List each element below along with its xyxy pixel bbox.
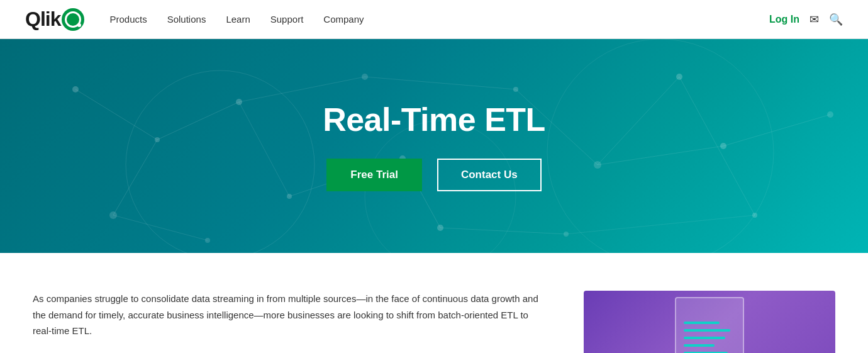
nav-solutions[interactable]: Solutions bbox=[167, 14, 206, 25]
svg-line-23 bbox=[239, 77, 365, 102]
doc-line-2 bbox=[684, 329, 730, 332]
svg-line-29 bbox=[598, 146, 723, 165]
navbar: Qlik Products Solutions Learn Support Co… bbox=[0, 0, 868, 39]
content-paragraph-1: As companies struggle to consolidate dat… bbox=[33, 291, 546, 339]
svg-line-21 bbox=[157, 102, 239, 140]
svg-line-22 bbox=[239, 102, 289, 196]
svg-line-30 bbox=[679, 77, 755, 215]
svg-point-17 bbox=[547, 39, 774, 253]
svg-line-25 bbox=[365, 77, 516, 89]
hero-section: Real-Time ETL Free Trial Contact Us bbox=[0, 39, 868, 253]
svg-line-19 bbox=[75, 89, 157, 140]
logo-icon bbox=[62, 8, 84, 31]
nav-learn[interactable]: Learn bbox=[226, 14, 250, 25]
svg-line-33 bbox=[440, 228, 566, 234]
nav-support[interactable]: Support bbox=[270, 14, 304, 25]
nav-company[interactable]: Company bbox=[323, 14, 364, 25]
svg-line-34 bbox=[566, 215, 755, 234]
content-image bbox=[584, 291, 835, 353]
svg-line-28 bbox=[598, 77, 679, 165]
svg-point-16 bbox=[126, 70, 314, 253]
hero-content: Real-Time ETL Free Trial Contact Us bbox=[323, 101, 545, 191]
hero-title: Real-Time ETL bbox=[323, 101, 545, 138]
nav-links: Products Solutions Learn Support Company bbox=[109, 14, 769, 25]
svg-line-20 bbox=[113, 140, 157, 215]
content-text: As companies struggle to consolidate dat… bbox=[33, 291, 546, 353]
logo-text: Qlik bbox=[25, 8, 60, 31]
mail-icon[interactable]: ✉ bbox=[810, 13, 819, 26]
doc-line-1 bbox=[684, 322, 720, 324]
doc-line-4 bbox=[684, 344, 715, 347]
contact-us-button[interactable]: Contact Us bbox=[437, 159, 542, 191]
doc-line-3 bbox=[684, 337, 725, 339]
svg-line-32 bbox=[113, 215, 208, 240]
doc-illustration bbox=[675, 297, 744, 353]
free-trial-button[interactable]: Free Trial bbox=[326, 159, 422, 191]
logo[interactable]: Qlik bbox=[25, 8, 84, 31]
search-icon[interactable]: 🔍 bbox=[829, 13, 843, 26]
nav-products[interactable]: Products bbox=[109, 14, 147, 25]
content-section: As companies struggle to consolidate dat… bbox=[0, 253, 868, 353]
hero-buttons: Free Trial Contact Us bbox=[326, 159, 541, 191]
svg-line-31 bbox=[723, 115, 830, 146]
nav-right: Log In ✉ 🔍 bbox=[769, 13, 843, 26]
login-button[interactable]: Log In bbox=[769, 14, 799, 25]
